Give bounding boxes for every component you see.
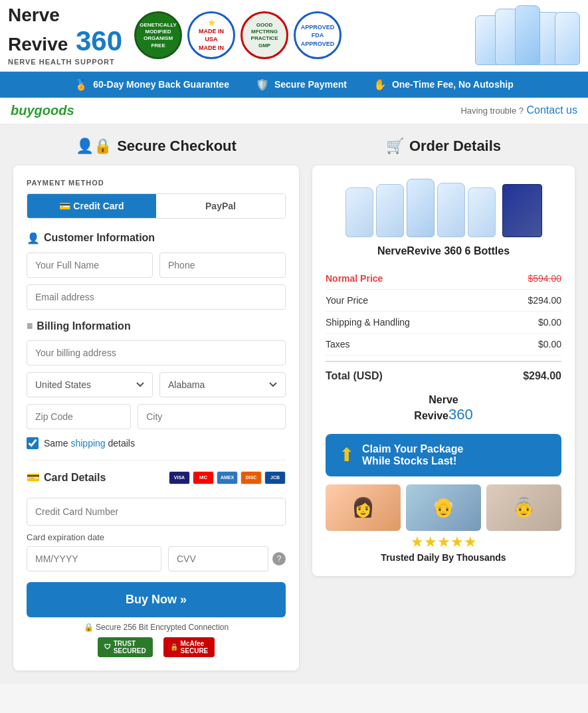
testimonial-photo-1: 👩 bbox=[326, 484, 401, 531]
expiry-label: Card expiration date bbox=[27, 532, 286, 542]
email-row bbox=[27, 284, 286, 310]
secure-badges: 🛡 TRUSTSECURED 🔒 McAfeeSECURE bbox=[27, 637, 286, 657]
banner-item-guarantee: 🏅 60-Day Money Back Guarantee bbox=[74, 78, 229, 91]
person-icon: 👤 bbox=[27, 232, 40, 245]
zip-city-row bbox=[27, 404, 286, 429]
buy-now-button[interactable]: Buy Now » bbox=[27, 582, 286, 617]
credit-card-tab[interactable]: 💳 Credit Card bbox=[27, 194, 156, 218]
checkout-icon: 👤🔒 bbox=[76, 138, 112, 155]
billing-section: ≡ Billing Information United States Alab… bbox=[27, 320, 286, 429]
person-icon-3: 👵 bbox=[486, 484, 561, 531]
phone-input[interactable] bbox=[159, 253, 286, 278]
secure-text: 🔒 Secure 256 Bit Encrypted Connection bbox=[27, 623, 286, 632]
expiry-section: Card expiration date ? bbox=[27, 532, 286, 571]
country-state-row: United States Alabama bbox=[27, 372, 286, 397]
gmo-badge: GENETICALLYMODIFIEDORGANISMFREE bbox=[134, 11, 182, 59]
checkout-heading: 👤🔒 Secure Checkout bbox=[13, 138, 299, 155]
payment-tabs: 💳 Credit Card PayPal bbox=[27, 193, 286, 219]
your-price-value: $294.00 bbox=[528, 295, 561, 306]
paypal-tab[interactable]: PayPal bbox=[156, 194, 285, 218]
bottle-3 bbox=[407, 179, 435, 237]
claim-text: Claim Your Package While Stocks Last! bbox=[362, 443, 463, 467]
customer-info-title: 👤 Customer Information bbox=[27, 232, 286, 245]
badge-group: GENETICALLYMODIFIEDORGANISMFREE ⭐MADE IN… bbox=[134, 11, 342, 59]
bottle-5 bbox=[468, 187, 496, 237]
payment-method-label: PAYMENT METHOD bbox=[27, 179, 286, 187]
logo-block: NerveRevive 360 NERVE HEALTH SUPPORT bbox=[8, 5, 128, 66]
normal-price-value: $594.00 bbox=[528, 273, 561, 284]
cvv-help-icon[interactable]: ? bbox=[272, 552, 286, 565]
country-select[interactable]: United States bbox=[27, 372, 153, 397]
order-heading: 🛒 Order Details bbox=[312, 138, 575, 155]
product-image-area bbox=[326, 179, 561, 237]
trust-secured-badge: 🛡 TRUSTSECURED bbox=[98, 637, 153, 657]
logo-360: 360 bbox=[68, 25, 122, 56]
contact-link[interactable]: Contact us bbox=[527, 104, 577, 116]
amex-icon: AMEX bbox=[217, 471, 238, 484]
main-content: 👤🔒 Secure Checkout PAYMENT METHOD 💳 Cred… bbox=[0, 124, 588, 684]
bottle-4 bbox=[437, 183, 465, 237]
mastercard-icon: MC bbox=[193, 471, 214, 484]
buygoods-logo: buygoods bbox=[11, 103, 74, 118]
full-name-input[interactable] bbox=[27, 253, 153, 278]
total-value: $294.00 bbox=[523, 370, 561, 382]
address-input[interactable] bbox=[27, 340, 286, 365]
form-card: PAYMENT METHOD 💳 Credit Card PayPal 👤 Cu… bbox=[13, 165, 299, 670]
normal-price-row: Normal Price $594.00 bbox=[326, 268, 561, 290]
taxes-label: Taxes bbox=[326, 339, 350, 350]
trouble-text: Having trouble ? bbox=[460, 106, 524, 116]
email-input[interactable] bbox=[27, 284, 286, 310]
total-row: Total (USD) $294.00 bbox=[326, 361, 561, 387]
brand-small: NerveRevive360 bbox=[326, 394, 561, 423]
person-icon-2: 👴 bbox=[406, 484, 481, 531]
billing-title: ≡ Billing Information bbox=[27, 320, 286, 332]
state-select[interactable]: Alabama bbox=[159, 372, 286, 397]
same-shipping-checkbox[interactable] bbox=[27, 437, 39, 449]
banner-fee-text: One-Time Fee, No Autoship bbox=[392, 79, 514, 90]
discover-icon: DISC bbox=[241, 471, 262, 484]
visa-icon: VISA bbox=[169, 471, 190, 484]
normal-price-label: Normal Price bbox=[326, 273, 383, 284]
card-icon: 💳 bbox=[27, 471, 40, 484]
shipping-label: Shipping & Handling bbox=[326, 317, 410, 328]
blue-banner: 🏅 60-Day Money Back Guarantee 🛡️ Secure … bbox=[0, 72, 588, 98]
shield-secure-icon: 🛡 bbox=[104, 643, 111, 651]
mcafee-icon: 🔒 bbox=[170, 643, 178, 651]
claim-banner-inner: ⬆ Claim Your Package While Stocks Last! bbox=[339, 443, 548, 467]
card-number-input[interactable] bbox=[27, 498, 286, 526]
card-icons-group: VISA MC AMEX DISC JCB bbox=[169, 471, 286, 484]
product-bottles-display bbox=[326, 179, 561, 237]
testimonial-photo-3: 👵 bbox=[486, 484, 561, 531]
city-input[interactable] bbox=[138, 404, 286, 429]
fda-badge: APPROVEDFDAAPPROVED bbox=[294, 11, 342, 59]
right-panel: 🛒 Order Details NerveRevive 360 6 Bottle… bbox=[312, 138, 575, 670]
trusted-text: Trusted Daily By Thousands bbox=[326, 552, 561, 563]
hand-icon: ✋ bbox=[373, 78, 387, 91]
stars: ★★★★★ bbox=[326, 534, 561, 551]
cvv-wrapper: ? bbox=[168, 546, 286, 571]
testimonials: 👩 👴 👵 bbox=[326, 484, 561, 531]
mcafee-badge: 🔒 McAfeeSECURE bbox=[163, 637, 215, 657]
your-price-row: Your Price $294.00 bbox=[326, 290, 561, 312]
logo-nerve: NerveRevive bbox=[8, 5, 68, 54]
shield-icon: 🛡️ bbox=[256, 78, 269, 91]
billing-icon: ≡ bbox=[27, 320, 33, 332]
cvv-input[interactable] bbox=[168, 546, 268, 571]
cart-icon: 🛒 bbox=[386, 138, 404, 155]
expiry-input[interactable] bbox=[27, 546, 161, 571]
card-details-header: 💳 Card Details VISA MC AMEX DISC JCB bbox=[27, 471, 286, 484]
card-details-section: 💳 Card Details VISA MC AMEX DISC JCB Car… bbox=[27, 460, 286, 571]
expiry-cvv-row: ? bbox=[27, 546, 286, 571]
name-phone-row bbox=[27, 253, 286, 278]
your-price-label: Your Price bbox=[326, 295, 368, 306]
logo-subtitle: NERVE HEALTH SUPPORT bbox=[8, 58, 128, 66]
zip-input[interactable] bbox=[27, 404, 131, 429]
product-bottles-header bbox=[475, 5, 580, 65]
banner-guarantee-text: 60-Day Money Back Guarantee bbox=[93, 79, 229, 90]
left-panel: 👤🔒 Secure Checkout PAYMENT METHOD 💳 Cred… bbox=[13, 138, 299, 670]
card-details-title: 💳 Card Details bbox=[27, 471, 106, 484]
site-header: NerveRevive 360 NERVE HEALTH SUPPORT GEN… bbox=[0, 0, 588, 72]
jcb-icon: JCB bbox=[264, 471, 286, 484]
trouble-section: Having trouble ? Contact us bbox=[460, 104, 577, 116]
taxes-value: $0.00 bbox=[538, 339, 561, 350]
